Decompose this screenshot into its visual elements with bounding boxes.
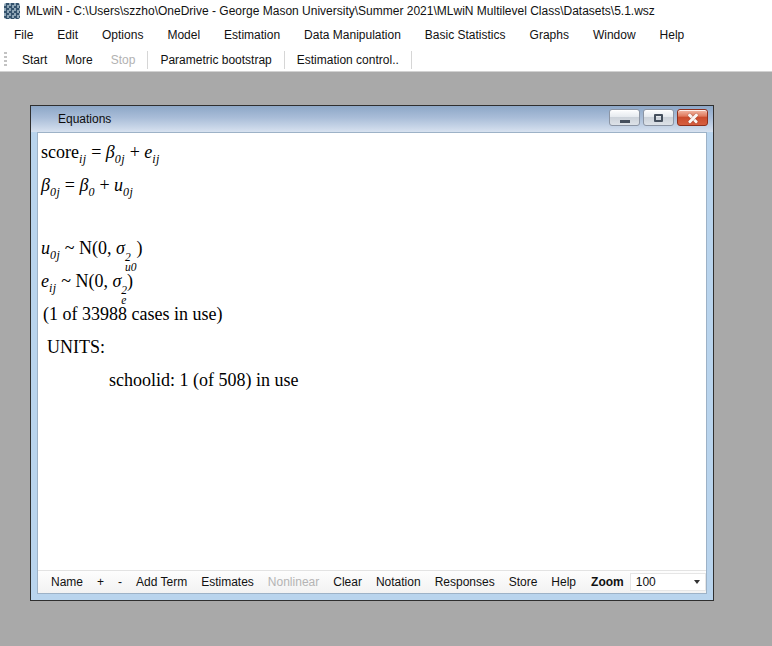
close-icon <box>687 113 699 123</box>
zoom-value: 100 <box>636 575 656 589</box>
menu-estimation[interactable]: Estimation <box>212 22 292 48</box>
menu-help[interactable]: Help <box>648 22 697 48</box>
eq-button-nonlinear: Nonlinear <box>261 571 326 593</box>
toolbar-button-start[interactable]: Start <box>13 49 56 71</box>
menubar: FileEditOptionsModelEstimationData Manip… <box>0 22 772 48</box>
eq-button-notation[interactable]: Notation <box>369 571 428 593</box>
maximize-button[interactable] <box>643 109 674 126</box>
toolbar-button-more[interactable]: More <box>56 49 101 71</box>
menu-model[interactable]: Model <box>155 22 212 48</box>
info-line: UNITS: <box>41 331 706 364</box>
eq-button-minus[interactable]: - <box>111 571 129 593</box>
eq-button-help[interactable]: Help <box>544 571 583 593</box>
zoom-label: Zoom <box>583 575 630 589</box>
chevron-down-icon <box>694 580 700 584</box>
info-line: (1 of 33988 cases in use) <box>41 298 706 331</box>
toolbar-button-stop: Stop <box>102 49 145 71</box>
equation-blank-line <box>41 202 706 232</box>
toolbar-button-estimation-control[interactable]: Estimation control.. <box>288 49 408 71</box>
menu-options[interactable]: Options <box>90 22 155 48</box>
minimize-button[interactable] <box>609 109 640 126</box>
equation-line[interactable]: β0j = β0 + u0j <box>41 169 706 202</box>
close-button[interactable] <box>677 109 708 126</box>
equation-line[interactable]: scoreij = β0j + eij <box>41 136 706 169</box>
minimize-icon <box>620 120 630 123</box>
eq-button-plus[interactable]: + <box>90 571 111 593</box>
eq-button-add-term[interactable]: Add Term <box>129 571 194 593</box>
toolbar-separator <box>284 51 285 69</box>
toolbar-grip-handle[interactable] <box>4 52 7 67</box>
window-controls <box>609 109 708 126</box>
equations-body: scoreij = β0j + eijβ0j = β0 + u0ju0j ~ N… <box>37 132 707 594</box>
menu-file[interactable]: File <box>2 22 45 48</box>
menu-window[interactable]: Window <box>581 22 648 48</box>
equations-toolbar: Name+-Add TermEstimatesNonlinearClearNot… <box>38 570 706 593</box>
toolbar-separator <box>411 51 412 69</box>
eq-button-clear[interactable]: Clear <box>326 571 369 593</box>
equation-line[interactable]: u0j ~ N(0, σ2u0) <box>41 232 706 265</box>
menu-data-manipulation[interactable]: Data Manipulation <box>292 22 413 48</box>
equations-titlebar[interactable]: Equations <box>31 106 713 132</box>
eq-button-store[interactable]: Store <box>502 571 545 593</box>
zoom-dropdown[interactable]: 100 <box>630 573 706 591</box>
toolbar-separator <box>147 51 148 69</box>
menu-graphs[interactable]: Graphs <box>518 22 581 48</box>
menu-edit[interactable]: Edit <box>45 22 90 48</box>
menu-basic-statistics[interactable]: Basic Statistics <box>413 22 518 48</box>
info-line: schoolid: 1 (of 508) in use <box>41 364 706 397</box>
equation-line[interactable]: eij ~ N(0, σ2e) <box>41 265 706 298</box>
app-titlebar: MLwiN - C:\Users\szzho\OneDrive - George… <box>0 0 772 22</box>
equations-window: Equations scoreij = β0j + eijβ0j = β0 + … <box>30 105 714 601</box>
main-toolbar: StartMoreStopParametric bootstrapEstimat… <box>0 48 772 72</box>
mlwin-app-icon <box>4 3 20 19</box>
eq-button-name[interactable]: Name <box>44 571 90 593</box>
toolbar-button-parametric-bootstrap[interactable]: Parametric bootstrap <box>151 49 280 71</box>
equations-window-title: Equations <box>58 112 111 126</box>
eq-button-responses[interactable]: Responses <box>428 571 502 593</box>
eq-button-estimates[interactable]: Estimates <box>194 571 261 593</box>
equation-display-area[interactable]: scoreij = β0j + eijβ0j = β0 + u0ju0j ~ N… <box>38 133 706 570</box>
app-title: MLwiN - C:\Users\szzho\OneDrive - George… <box>26 4 655 18</box>
maximize-icon <box>654 114 663 122</box>
